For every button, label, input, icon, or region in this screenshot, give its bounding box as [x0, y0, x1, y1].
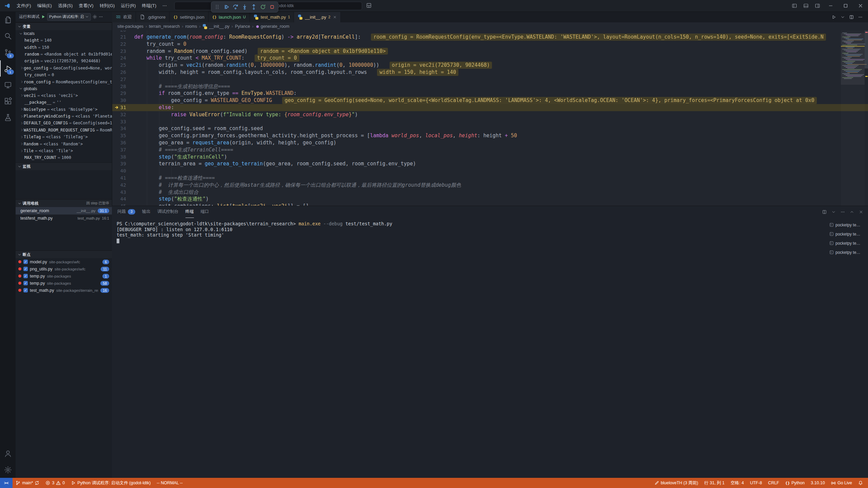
- code-line-31[interactable]: 31 else:: [112, 104, 868, 111]
- call-stack-section-header[interactable]: 调用堆栈因 step 已暂停: [16, 199, 112, 207]
- split-icon[interactable]: [849, 15, 854, 19]
- line-number[interactable]: 25: [112, 62, 134, 69]
- terminal-session-item[interactable]: pocketpy te…: [829, 239, 866, 248]
- line-number[interactable]: 43: [112, 189, 134, 196]
- code-line-41[interactable]: 41 # ====检查连通性====: [112, 175, 868, 182]
- debug-stop-button[interactable]: [268, 2, 277, 12]
- breadcrumb-item[interactable]: Pylance: [235, 24, 250, 29]
- menubar-item[interactable]: 运行(R): [118, 2, 139, 10]
- code-line-24[interactable]: 24 while try_count < MAX_TRY_COUNT:try_c…: [112, 55, 868, 62]
- line-number[interactable]: 38: [112, 154, 134, 161]
- activity-item-accounts[interactable]: [0, 445, 16, 462]
- close-icon[interactable]: [333, 15, 337, 19]
- close-icon[interactable]: [859, 210, 863, 214]
- breakpoint-checkbox[interactable]: ✓: [23, 288, 28, 292]
- line-number[interactable]: 30: [112, 97, 134, 104]
- code-line-34[interactable]: 34 geo_config.seed = room_config.seed: [112, 125, 868, 132]
- debug-continue-button[interactable]: [222, 2, 231, 12]
- breakpoint-row[interactable]: ✓model.pysite-packages\wfc6: [16, 258, 112, 265]
- code-line-44[interactable]: 44 step("检查连通性"): [112, 196, 868, 203]
- debug-step-over-button[interactable]: [231, 2, 240, 12]
- statusbar-cursor-position[interactable]: 行 31, 列 1: [701, 478, 728, 488]
- activity-item-testing[interactable]: [0, 109, 16, 125]
- variable-row[interactable]: origin=vec2i(7205730, 9024468): [16, 58, 112, 64]
- breakpoint-row[interactable]: ✓temp.pysite-packages58: [16, 280, 112, 287]
- editor-tab-test_math-py[interactable]: test_math.py1: [250, 12, 294, 22]
- variable-row[interactable]: MAX_TRY_COUNT=1000: [16, 154, 112, 161]
- line-number[interactable]: 34: [112, 125, 134, 132]
- line-number[interactable]: 27: [112, 76, 134, 83]
- debug-step-out-button[interactable]: [249, 2, 258, 12]
- toggle-layout-panel-icon[interactable]: [800, 0, 812, 12]
- code-line-32[interactable]: 32 raise ValueError(f"Invalid env type: …: [112, 111, 868, 118]
- line-number[interactable]: 26: [112, 69, 134, 76]
- expand-icon[interactable]: [20, 94, 24, 97]
- editor-tab--gdignore[interactable]: .gdignore: [136, 12, 170, 22]
- expand-icon[interactable]: [20, 149, 24, 153]
- debug-restart-button[interactable]: [258, 2, 268, 12]
- code-line-42[interactable]: 42 # 计算每一个出口的中心，然后使用astar生成路径，确保每一个出口组合都…: [112, 182, 868, 189]
- minimize-button[interactable]: [823, 0, 838, 12]
- variable-row[interactable]: random=<Random object at 0x1bf9d01e…: [16, 51, 112, 58]
- line-number[interactable]: 23: [112, 48, 134, 55]
- statusbar-notifications[interactable]: [855, 478, 866, 488]
- code-line-39[interactable]: 39 terrain_area = geo_area_to_terrain(ge…: [112, 160, 868, 167]
- breakpoint-checkbox[interactable]: ✓: [23, 260, 28, 264]
- gear-icon[interactable]: [93, 15, 97, 19]
- line-number[interactable]: 36: [112, 139, 134, 146]
- code-line-38[interactable]: 38 step("生成TerrainCell"): [112, 154, 868, 161]
- line-number[interactable]: 39: [112, 160, 134, 167]
- line-number[interactable]: 37: [112, 146, 134, 154]
- variable-row[interactable]: try_count=0: [16, 72, 112, 78]
- line-number[interactable]: 21: [112, 34, 134, 41]
- breakpoint-row[interactable]: ✓png_utils.pysite-packages\wfc11: [16, 265, 112, 272]
- statusbar-go-live[interactable]: Go Live: [828, 478, 855, 488]
- menubar-item[interactable]: 终端(T): [139, 2, 159, 10]
- line-number[interactable]: 24: [112, 55, 134, 62]
- close-window-button[interactable]: [853, 0, 868, 12]
- statusbar-eol-sequence[interactable]: CRLF: [765, 478, 782, 488]
- code-line-20[interactable]: 20: [112, 30, 868, 34]
- breakpoint-checkbox[interactable]: ✓: [23, 274, 28, 278]
- menubar-item[interactable]: 编辑(E): [34, 2, 55, 10]
- menubar-item[interactable]: 选择(S): [55, 2, 76, 10]
- code-line-33[interactable]: 33: [112, 118, 868, 125]
- activity-item-search[interactable]: [0, 28, 16, 44]
- menubar-item[interactable]: 文件(F): [14, 2, 34, 10]
- code-line-30[interactable]: 30 geo_config = WASTELAND_GEO_CONFIGgeo_…: [112, 97, 868, 104]
- terminal-session-item[interactable]: pocketpy te…: [829, 220, 866, 229]
- activity-item-remote-explorer[interactable]: [0, 77, 16, 93]
- line-number[interactable]: 29: [112, 90, 134, 97]
- statusbar-vim-mode[interactable]: -- NORMAL --: [154, 478, 186, 488]
- code-line-23[interactable]: 23 random = Random(room_config.seed)rand…: [112, 48, 868, 55]
- play-icon[interactable]: [832, 15, 836, 19]
- variable-row[interactable]: step=<function step at 0x1bf8d716d…: [16, 161, 112, 162]
- breakpoints-section-header[interactable]: 断点: [16, 250, 112, 258]
- expand-icon[interactable]: [20, 115, 24, 118]
- panel-tab-调试控制台[interactable]: 调试控制台: [157, 206, 179, 218]
- activity-item-explorer[interactable]: [0, 12, 16, 28]
- code-line-36[interactable]: 36 geo_area = request_area(origin, width…: [112, 139, 868, 146]
- line-number[interactable]: 28: [112, 83, 134, 90]
- line-number[interactable]: 40: [112, 167, 134, 175]
- more-icon[interactable]: [858, 15, 863, 19]
- line-number[interactable]: 45: [112, 203, 134, 206]
- panel-tab-输出[interactable]: 输出: [142, 206, 151, 218]
- editor-tab-__init__-py[interactable]: __init__.py2: [294, 12, 341, 22]
- minimap-viewport[interactable]: [841, 33, 865, 85]
- code-line-26[interactable]: 26 width, height = room_config.layout.n_…: [112, 69, 868, 76]
- variable-row[interactable]: room_config=RoomRequestConfig(env_t…: [16, 78, 112, 85]
- variable-row[interactable]: TileTag=<class 'TileTag'>: [16, 134, 112, 140]
- variable-row[interactable]: Random=<class 'Random'>: [16, 140, 112, 147]
- expand-icon[interactable]: [20, 121, 24, 125]
- variable-row[interactable]: width=150: [16, 44, 112, 50]
- line-number[interactable]: 44: [112, 196, 134, 203]
- variable-row[interactable]: height=140: [16, 37, 112, 44]
- breadcrumb-item[interactable]: site-packages: [117, 24, 143, 29]
- scope-globals[interactable]: globals: [16, 85, 112, 92]
- statusbar-encoding[interactable]: UTF-8: [747, 478, 765, 488]
- variable-row[interactable]: vec2i=<class 'vec2i'>: [16, 92, 112, 99]
- split-icon[interactable]: [822, 210, 827, 214]
- activity-item-run-and-debug[interactable]: 1: [0, 60, 16, 77]
- debug-step-into-button[interactable]: [240, 2, 249, 12]
